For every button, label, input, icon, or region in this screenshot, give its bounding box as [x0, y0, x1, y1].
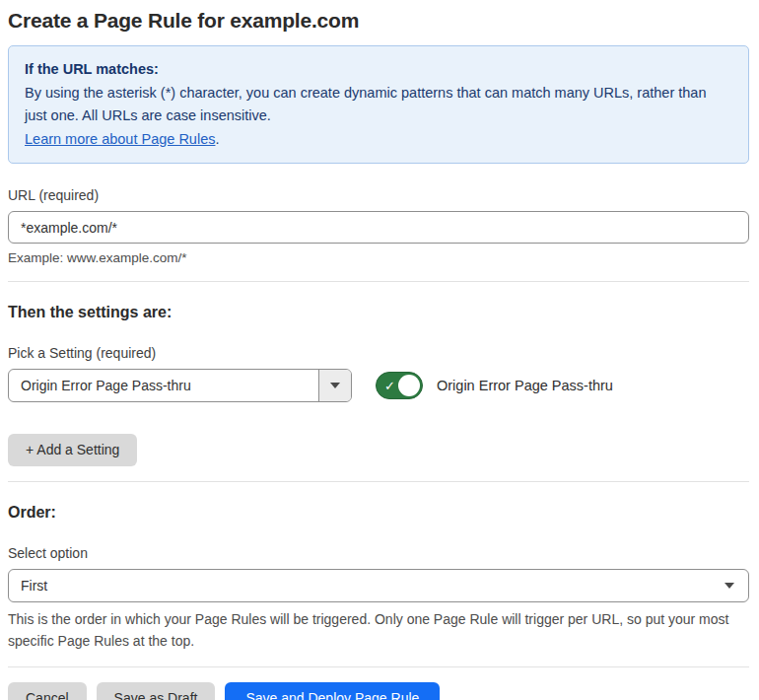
- url-match-info-box: If the URL matches: By using the asteris…: [8, 45, 749, 164]
- setting-dropdown-value: Origin Error Page Pass-thru: [9, 370, 318, 401]
- setting-row: Origin Error Page Pass-thru ✓ Origin Err…: [8, 369, 749, 402]
- setting-toggle[interactable]: ✓: [376, 372, 423, 399]
- order-heading: Order:: [8, 503, 749, 522]
- select-option-label: Select option: [8, 545, 749, 562]
- page-rule-form: Create a Page Rule for example.com If th…: [0, 0, 759, 700]
- chevron-down-icon: [724, 583, 734, 589]
- settings-heading: Then the settings are:: [8, 303, 749, 321]
- divider: [8, 666, 749, 667]
- pick-setting-label: Pick a Setting (required): [8, 345, 749, 362]
- setting-dropdown[interactable]: Origin Error Page Pass-thru: [8, 369, 352, 402]
- order-select[interactable]: First: [8, 569, 749, 602]
- order-helper-text: This is the order in which your Page Rul…: [8, 608, 739, 652]
- save-deploy-button[interactable]: Save and Deploy Page Rule: [225, 682, 440, 700]
- learn-more-link[interactable]: Learn more about Page Rules: [25, 131, 215, 147]
- divider: [8, 281, 749, 282]
- chevron-down-icon: [330, 383, 340, 388]
- footer-actions: Cancel Save as Draft Save and Deploy Pag…: [8, 682, 749, 700]
- add-setting-button[interactable]: + Add a Setting: [8, 434, 137, 466]
- info-box-link-line: Learn more about Page Rules.: [25, 128, 732, 152]
- cancel-button[interactable]: Cancel: [8, 682, 87, 700]
- info-box-body: By using the asterisk (*) character, you…: [25, 82, 715, 128]
- url-example-text: Example: www.example.com/*: [8, 249, 749, 266]
- setting-dropdown-arrow-button[interactable]: [318, 370, 351, 401]
- info-box-heading: If the URL matches:: [25, 58, 732, 82]
- save-draft-button[interactable]: Save as Draft: [97, 682, 216, 700]
- check-icon: ✓: [384, 380, 395, 392]
- url-label: URL (required): [8, 187, 749, 204]
- link-suffix: .: [215, 131, 219, 147]
- divider: [8, 481, 749, 482]
- order-select-value: First: [21, 578, 47, 594]
- toggle-label: Origin Error Page Pass-thru: [437, 378, 613, 393]
- toggle-knob: [398, 375, 420, 396]
- page-title: Create a Page Rule for example.com: [8, 8, 749, 34]
- url-input[interactable]: [8, 211, 749, 244]
